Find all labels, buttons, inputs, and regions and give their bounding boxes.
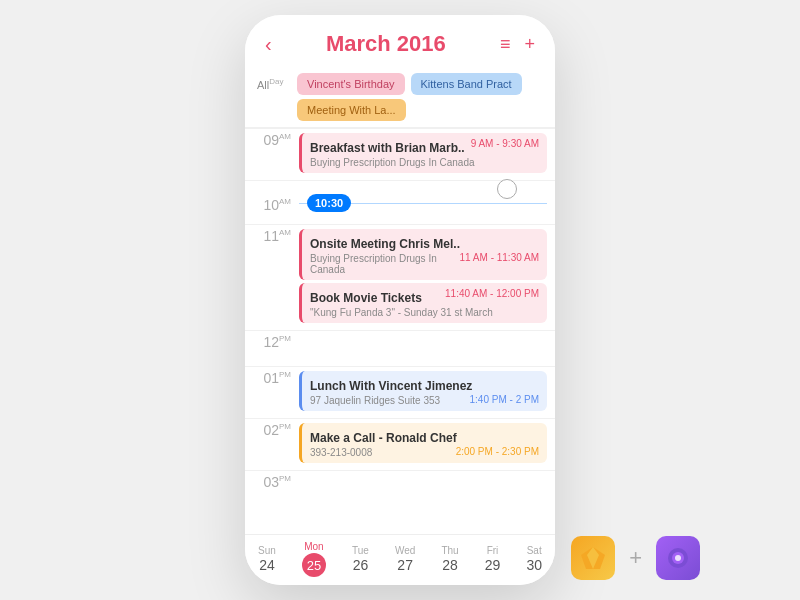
back-button[interactable]: ‹ [265, 33, 272, 56]
time-content-12 [297, 331, 555, 339]
week-day-name-sat: Sat [527, 545, 542, 556]
time-content-01: Lunch With Vincent Jimenez 1:40 PM - 2 P… [297, 367, 555, 418]
week-day-name-tue: Tue [352, 545, 369, 556]
week-day-thu[interactable]: Thu 28 [441, 545, 458, 573]
time-row-01: 01PM Lunch With Vincent Jimenez 1:40 PM … [245, 366, 555, 418]
week-day-mon[interactable]: Mon 25 [302, 541, 326, 577]
all-day-label: AllDay [257, 73, 289, 91]
week-day-name-thu: Thu [441, 545, 458, 556]
all-day-events: Vincent's Birthday Kittens Band Pract Me… [297, 73, 543, 121]
phone-frame: ‹ March 2016 ≡ + AllDay Vincent's Birthd… [245, 15, 555, 585]
week-day-num-wed: 27 [397, 557, 413, 573]
event-onsite-meeting[interactable]: Onsite Meeting Chris Mel.. 11 AM - 11:30… [299, 229, 547, 280]
svg-point-4 [675, 555, 681, 561]
week-day-num-mon: 25 [302, 553, 326, 577]
week-day-sun[interactable]: Sun 24 [258, 545, 276, 573]
time-content-11: Onsite Meeting Chris Mel.. 11 AM - 11:30… [297, 225, 555, 330]
all-day-event-meeting[interactable]: Meeting With La... [297, 99, 406, 121]
time-label-12: 12PM [245, 331, 297, 349]
week-day-name-fri: Fri [487, 545, 499, 556]
all-day-row-1: Vincent's Birthday Kittens Band Pract [297, 73, 543, 95]
brand-area: + [571, 536, 700, 580]
week-day-num-tue: 26 [353, 557, 369, 573]
header-actions: ≡ + [500, 34, 535, 55]
week-day-num-sun: 24 [259, 557, 275, 573]
time-row-03: 03PM [245, 470, 555, 506]
time-row-12: 12PM [245, 330, 555, 366]
week-day-name-wed: Wed [395, 545, 415, 556]
week-day-tue[interactable]: Tue 26 [352, 545, 369, 573]
time-section: 09AM Breakfast with Brian Marb.. 9 AM - … [245, 128, 555, 506]
time-row-10: 10AM 10:30 [245, 180, 555, 224]
all-day-row-2: Meeting With La... [297, 99, 543, 121]
event-book-tickets[interactable]: Book Movie Tickets 11:40 AM - 12:00 PM "… [299, 283, 547, 323]
time-label-09: 09AM [245, 129, 297, 147]
week-day-name-sun: Sun [258, 545, 276, 556]
time-row-02: 02PM Make a Call - Ronald Chef 2:00 PM -… [245, 418, 555, 470]
week-bar: Sun 24 Mon 25 Tue 26 Wed 27 Thu 28 Fri 2… [245, 534, 555, 585]
time-content-02: Make a Call - Ronald Chef 2:00 PM - 2:30… [297, 419, 555, 470]
all-day-section: AllDay Vincent's Birthday Kittens Band P… [245, 67, 555, 128]
week-days: Sun 24 Mon 25 Tue 26 Wed 27 Thu 28 Fri 2… [245, 541, 555, 577]
principle-icon [656, 536, 700, 580]
time-content-10: 10:30 [297, 185, 555, 221]
time-row-11: 11AM Onsite Meeting Chris Mel.. 11 AM - … [245, 224, 555, 330]
brand-plus: + [629, 545, 642, 571]
header-title: March 2016 [326, 31, 446, 57]
time-content-03 [297, 471, 555, 479]
week-day-num-thu: 28 [442, 557, 458, 573]
week-day-wed[interactable]: Wed 27 [395, 545, 415, 573]
event-call[interactable]: Make a Call - Ronald Chef 2:00 PM - 2:30… [299, 423, 547, 463]
time-label-02: 02PM [245, 419, 297, 437]
week-day-num-fri: 29 [485, 557, 501, 573]
calendar-body: AllDay Vincent's Birthday Kittens Band P… [245, 67, 555, 534]
event-breakfast[interactable]: Breakfast with Brian Marb.. 9 AM - 9:30 … [299, 133, 547, 173]
week-day-sat[interactable]: Sat 30 [526, 545, 542, 573]
sketch-icon [571, 536, 615, 580]
menu-icon[interactable]: ≡ [500, 34, 511, 55]
add-icon[interactable]: + [524, 34, 535, 55]
week-day-num-sat: 30 [526, 557, 542, 573]
time-label-10: 10AM [245, 194, 297, 212]
time-label-11: 11AM [245, 225, 297, 243]
event-lunch[interactable]: Lunch With Vincent Jimenez 1:40 PM - 2 P… [299, 371, 547, 411]
all-day-event-kittens[interactable]: Kittens Band Pract [411, 73, 522, 95]
all-day-event-birthday[interactable]: Vincent's Birthday [297, 73, 405, 95]
week-day-name-mon: Mon [304, 541, 323, 552]
time-label-03: 03PM [245, 471, 297, 489]
time-row-09: 09AM Breakfast with Brian Marb.. 9 AM - … [245, 128, 555, 180]
time-label-01: 01PM [245, 367, 297, 385]
current-time-indicator: 10:30 [307, 194, 351, 212]
calendar-header: ‹ March 2016 ≡ + [245, 15, 555, 67]
current-time-circle [497, 179, 517, 199]
week-day-fri[interactable]: Fri 29 [485, 545, 501, 573]
time-content-09: Breakfast with Brian Marb.. 9 AM - 9:30 … [297, 129, 555, 180]
